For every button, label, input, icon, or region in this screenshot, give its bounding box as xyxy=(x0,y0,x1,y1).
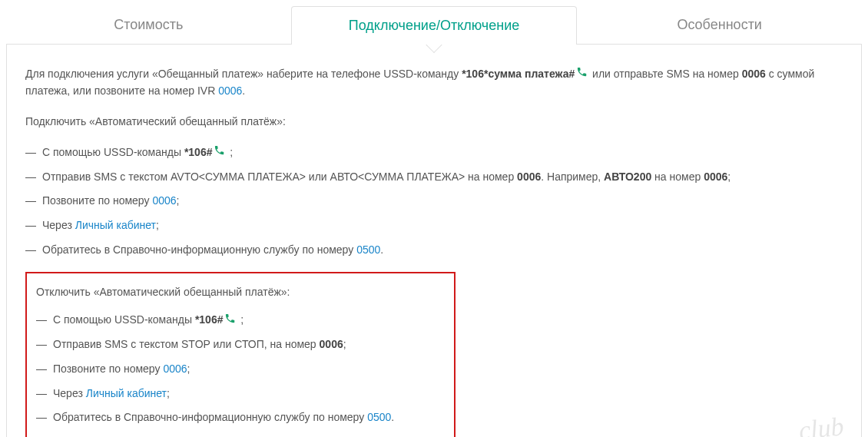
list-item: Позвоните по номеру 0006; xyxy=(36,361,445,378)
watermark: club Sovet xyxy=(796,415,850,437)
list-item: Через Личный кабинет; xyxy=(36,386,445,402)
list-item: Обратитесь в Справочно-информационную сл… xyxy=(36,409,445,426)
list-item: С помощью USSD-команды *106# ; xyxy=(36,312,445,329)
intro-ussd: *106*сумма платежа# xyxy=(462,68,575,80)
list-item: Обратитесь в Справочно-информационную сл… xyxy=(25,242,843,259)
link-0006[interactable]: 0006 xyxy=(163,363,187,375)
tab-cost[interactable]: Стоимость xyxy=(6,6,291,45)
phone-icon xyxy=(576,66,588,83)
link-personal-cabinet[interactable]: Личный кабинет xyxy=(75,219,156,231)
list-item: Позвоните по номеру 0006; xyxy=(25,193,843,210)
disconnect-header: Отключить «Автоматический обещанный плат… xyxy=(36,284,445,301)
connect-list: С помощью USSD-команды *106# ; Отправив … xyxy=(25,144,843,259)
list-item: С помощью USSD-команды *106# ; xyxy=(25,144,843,161)
link-0006[interactable]: 0006 xyxy=(152,194,176,207)
list-item: Через Личный кабинет; xyxy=(25,217,843,234)
intro-paragraph: Для подключения услуги «Обещанный платеж… xyxy=(25,66,843,100)
intro-text: Для подключения услуги «Обещанный платеж… xyxy=(25,68,462,80)
intro-sms-num: 0006 xyxy=(742,68,766,80)
tab-connection[interactable]: Подключение/Отключение xyxy=(291,6,578,45)
content-panel: Для подключения услуги «Обещанный платеж… xyxy=(6,45,862,437)
intro-text-2: или отправьте SMS на номер xyxy=(589,68,741,80)
watermark-line1: club xyxy=(797,412,845,437)
page-wrap: Стоимость Подключение/Отключение Особенн… xyxy=(6,6,862,437)
link-0500[interactable]: 0500 xyxy=(356,243,380,256)
connect-ussd-tail: ; xyxy=(227,146,233,158)
connect-header: Подключить «Автоматический обещанный пла… xyxy=(25,114,843,131)
disconnect-highlight-box: Отключить «Автоматический обещанный плат… xyxy=(25,272,456,437)
phone-icon xyxy=(224,313,236,329)
list-item: Отправив SMS с текстом AVTO<СУММА ПЛАТЕЖ… xyxy=(25,169,843,186)
list-item: Отправив SMS с текстом STOP или СТОП, на… xyxy=(36,336,445,353)
link-0500[interactable]: 0500 xyxy=(367,411,391,423)
disconnect-list: С помощью USSD-команды *106# ; Отправив … xyxy=(36,312,445,426)
phone-icon xyxy=(214,144,225,161)
tabs: Стоимость Подключение/Отключение Особенн… xyxy=(6,6,862,45)
intro-text-4: . xyxy=(242,84,245,97)
link-personal-cabinet[interactable]: Личный кабинет xyxy=(86,387,167,399)
intro-ivr-link[interactable]: 0006 xyxy=(218,84,242,97)
connect-ussd-text: С помощью USSD-команды xyxy=(42,146,184,158)
connect-ussd-code: *106# xyxy=(184,146,213,158)
tab-features[interactable]: Особенности xyxy=(577,6,862,45)
